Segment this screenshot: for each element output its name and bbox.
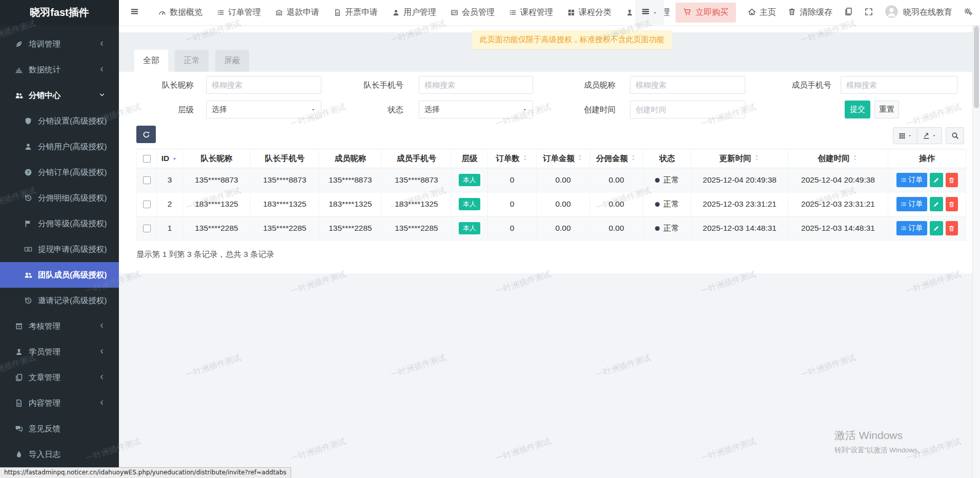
app-logo[interactable]: 晓羽fast插件 [0,0,119,25]
sidebar-item-0[interactable]: 培训管理 [0,31,119,57]
tab-1[interactable]: 正常 [175,50,209,72]
col-created[interactable]: 创建时间 [788,149,888,168]
sidebar-item-1[interactable]: 数据统计 [0,57,119,83]
sidebar-item-7[interactable]: 分佣等级(高级授权) [0,211,119,236]
cell-member-nick: 135****8873 [319,168,382,192]
filter-label-6: 创建时间 [513,101,616,118]
sort-both-icon [753,154,760,161]
cell-id: 3 [157,168,183,192]
tab-2[interactable]: 屏蔽 [215,50,249,72]
row-checkbox[interactable] [143,225,151,232]
clear-cache-button[interactable]: 清除缓存 [788,7,832,18]
settings-button[interactable] [964,7,973,18]
file-icon [334,9,341,16]
sidebar-item-3[interactable]: 分销设置(高级授权) [0,108,119,134]
sidebar-item-16[interactable]: 导入日志 [0,442,119,467]
pencil-icon [933,177,940,184]
nav-item-3[interactable]: 开票申请 [326,0,385,25]
col-order_amount[interactable]: 订单金额 [537,149,590,168]
buy-now-button[interactable]: 立即购买 [676,3,736,23]
col-label-created: 创建时间 [818,153,850,164]
tab-0[interactable]: 全部 [134,50,168,72]
order-button[interactable]: 订单 [896,173,927,187]
home-button[interactable]: 主页 [748,7,776,18]
fullscreen-button[interactable] [865,8,873,18]
history-icon [23,296,34,305]
edit-button[interactable] [930,221,943,235]
reset-button[interactable]: 重置 [874,101,899,118]
order-button[interactable]: 订单 [896,221,927,235]
page-scrollbar[interactable] [972,25,980,478]
sidebar-item-6[interactable]: 分佣明细(高级授权) [0,185,119,211]
search-button[interactable] [946,127,964,144]
nav-item-0[interactable]: 数据概览 [151,0,210,25]
sidebar-item-11[interactable]: 考核管理 [0,313,119,339]
order-button[interactable]: 订单 [896,197,927,211]
sidebar-item-15[interactable]: 意见反馈 [0,416,119,442]
idcard-icon [451,9,458,16]
col-leader_nick: 队长昵称 [183,149,251,168]
sidebar-toggle-button[interactable] [127,4,142,21]
columns-button[interactable] [893,127,917,144]
sort-both-icon [522,154,528,161]
nav-item-4[interactable]: 用户管理 [385,0,443,25]
cell-leader-nick: 135****2285 [183,216,251,241]
select-value: 选择 [212,105,227,114]
cell-member-phone: 135****2285 [382,216,452,241]
user-icon [392,9,400,16]
delete-button[interactable] [946,221,958,235]
nav-item-7[interactable]: 课程分类 [560,0,619,25]
caret-down-icon [652,8,658,17]
top-navbar: 晓羽fast插件 数据概览订单管理退款申请开票申请用户管理会员管理课程管理课程分… [0,0,980,25]
row-checkbox[interactable] [143,201,151,208]
main-panel: 队长昵称队长手机号成员昵称成员手机号层级选择状态选择创建时间提交重置 ID队长昵… [119,72,972,273]
sort-both-icon [577,154,583,161]
select-all-checkbox[interactable] [143,155,151,163]
edit-button[interactable] [930,173,943,187]
col-commission[interactable]: 分佣金额 [590,149,643,168]
sidebar-item-8[interactable]: 提现申请(高级授权) [0,236,119,262]
refresh-button[interactable] [136,126,156,143]
export-button[interactable] [917,127,942,144]
sidebar-item-label: 团队成员(高级授权) [38,270,107,281]
scrollbar-thumb[interactable] [974,26,979,108]
sidebar-item-label: 分销订单(高级授权) [38,167,107,178]
edit-button[interactable] [930,197,943,211]
filter-input-6[interactable] [630,101,745,118]
sidebar-item-10[interactable]: 邀请记录(高级授权) [0,288,119,313]
cell-member-phone: 135****8873 [382,168,452,192]
filter-input-2[interactable] [630,76,745,94]
col-updated[interactable]: 更新时间 [691,149,788,168]
filter-input-3[interactable] [841,76,957,94]
nav-item-label: 订单管理 [228,7,261,18]
sidebar-item-12[interactable]: 学员管理 [0,339,119,365]
col-id[interactable]: ID [157,149,183,168]
delete-button[interactable] [946,197,958,211]
col-orders[interactable]: 订单数 [488,149,537,168]
nav-item-6[interactable]: 课程管理 [502,0,560,25]
nav-item-5[interactable]: 会员管理 [443,0,502,25]
sidebar-item-14[interactable]: 内容管理 [0,390,119,416]
gauge-icon [158,9,166,16]
sidebar-item-label: 分销中心 [29,90,60,101]
sidebar-item-5[interactable]: ?分销订单(高级授权) [0,160,119,185]
status-dot [655,226,660,231]
sidebar-item-4[interactable]: 分销用户(高级授权) [0,134,119,160]
docs-button[interactable] [844,7,853,18]
nav-item-label: 开票申请 [345,7,378,18]
activation-title: 激活 Windows [834,428,925,443]
col-level: 层级 [452,149,488,168]
nav-item-1[interactable]: 订单管理 [210,0,268,25]
sidebar-item-2[interactable]: 分销中心 [0,83,119,108]
submit-button[interactable]: 提交 [845,101,870,118]
nav-item-2[interactable]: 退款申请 [268,0,326,25]
sidebar-item-13[interactable]: 文章管理 [0,365,119,390]
row-checkbox[interactable] [143,176,151,184]
filter-label-2: 成员昵称 [513,76,616,94]
sidebar-item-9[interactable]: 团队成员(高级授权) [0,262,119,288]
sidebar-item-label: 数据统计 [29,65,60,75]
user-menu[interactable]: 晓羽在线教育 [885,5,952,21]
tabs-dropdown-button[interactable] [635,0,664,25]
col-status: 状态 [643,149,691,168]
delete-button[interactable] [946,173,958,187]
